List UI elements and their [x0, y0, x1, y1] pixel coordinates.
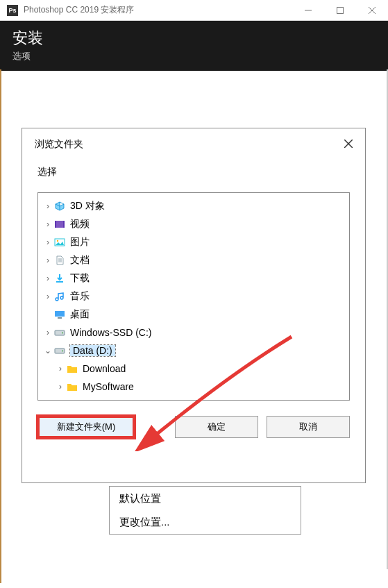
header-title: 安装	[12, 28, 376, 49]
chevron-right-icon[interactable]: ›	[42, 328, 53, 337]
tree-item-label: 3D 对象	[70, 200, 105, 212]
tree-item-label: Data (D:)	[70, 345, 115, 356]
svg-rect-1	[337, 7, 344, 13]
svg-rect-11	[55, 311, 65, 317]
chevron-right-icon[interactable]: ›	[42, 237, 53, 247]
document-icon	[53, 255, 66, 266]
video-icon	[53, 219, 66, 230]
tree-item-label: 桌面	[70, 308, 90, 321]
chevron-right-icon[interactable]: ›	[42, 219, 53, 229]
tree-item[interactable]: ›视频	[40, 215, 348, 233]
tree-item[interactable]: ›Windows-SSD (C:)	[40, 324, 348, 342]
app-icon: Ps	[7, 5, 18, 16]
install-header: 安装 选项	[0, 21, 388, 71]
folder-tree[interactable]: ›3D 对象›视频›图片›文档›下载›音乐桌面›Windows-SSD (C:)…	[37, 192, 350, 401]
ok-label: 确定	[208, 421, 226, 433]
chevron-right-icon[interactable]: ›	[42, 255, 53, 265]
tree-item[interactable]: ›MySoftware	[40, 378, 348, 396]
tree-item[interactable]: ›文档	[40, 251, 348, 269]
cube-icon	[53, 201, 66, 212]
tree-item-label: 下载	[70, 272, 90, 285]
window-title: Photoshop CC 2019 安装程序	[24, 4, 292, 16]
dialog-instruction: 选择	[22, 151, 365, 184]
dialog-title: 浏览文件夹	[35, 138, 344, 151]
minimize-button[interactable]	[292, 0, 324, 21]
tree-item[interactable]: ›下载	[40, 269, 348, 287]
new-folder-button[interactable]: 新建文件夹(M)	[37, 416, 135, 438]
chevron-right-icon[interactable]: ›	[42, 274, 53, 283]
svg-rect-8	[63, 221, 65, 228]
svg-rect-12	[58, 317, 62, 319]
tree-item[interactable]: ›Work (E:)	[40, 396, 348, 401]
location-dropdown: 默认位置 更改位置...	[109, 486, 301, 535]
maximize-button[interactable]	[324, 0, 356, 21]
ok-button[interactable]: 确定	[175, 416, 258, 438]
left-edge	[0, 69, 1, 583]
music-icon	[53, 291, 66, 302]
tree-item-label: 视频	[70, 218, 90, 230]
folder-icon	[66, 363, 78, 374]
picture-icon	[53, 237, 66, 248]
chevron-right-icon[interactable]: ›	[55, 382, 66, 392]
tree-item[interactable]: ›音乐	[40, 287, 348, 305]
dialog-close-button[interactable]	[344, 138, 353, 151]
svg-rect-7	[55, 221, 56, 228]
tree-item-label: MySoftware	[83, 381, 134, 392]
tree-item[interactable]: ›图片	[40, 233, 348, 251]
svg-point-10	[57, 240, 58, 242]
close-button[interactable]	[356, 0, 388, 21]
dropdown-default[interactable]: 默认位置	[110, 487, 301, 510]
tree-item-label: 图片	[70, 236, 90, 249]
svg-point-14	[62, 333, 63, 334]
tree-item[interactable]: ›3D 对象	[40, 197, 348, 215]
tree-item[interactable]: 桌面	[40, 305, 348, 324]
folder-icon	[66, 381, 78, 392]
window-titlebar: Ps Photoshop CC 2019 安装程序	[0, 0, 388, 21]
svg-point-16	[62, 351, 63, 352]
chevron-right-icon[interactable]: ›	[55, 364, 66, 373]
tree-item-label: 文档	[70, 254, 90, 267]
cancel-label: 取消	[299, 421, 317, 433]
tree-item-label: Download	[83, 363, 126, 374]
cancel-button[interactable]: 取消	[267, 416, 350, 438]
svg-rect-6	[55, 221, 65, 228]
tree-item[interactable]: ›Download	[40, 360, 348, 378]
new-folder-label: 新建文件夹(M)	[57, 421, 116, 433]
chevron-down-icon[interactable]: ⌄	[42, 346, 53, 355]
chevron-right-icon[interactable]: ›	[42, 292, 53, 301]
drive-icon	[53, 327, 66, 338]
drive-icon	[53, 345, 66, 356]
download-icon	[53, 273, 66, 284]
dropdown-change[interactable]: 更改位置...	[110, 510, 301, 534]
tree-item-label: Windows-SSD (C:)	[70, 327, 151, 338]
tree-item[interactable]: ⌄Data (D:)	[40, 342, 348, 360]
browse-folder-dialog: 浏览文件夹 选择 ›3D 对象›视频›图片›文档›下载›音乐桌面›Windows…	[22, 128, 366, 483]
header-subtitle: 选项	[12, 50, 376, 62]
desktop-icon	[53, 309, 66, 320]
chevron-right-icon[interactable]: ›	[42, 201, 53, 211]
tree-item-label: 音乐	[70, 290, 90, 303]
